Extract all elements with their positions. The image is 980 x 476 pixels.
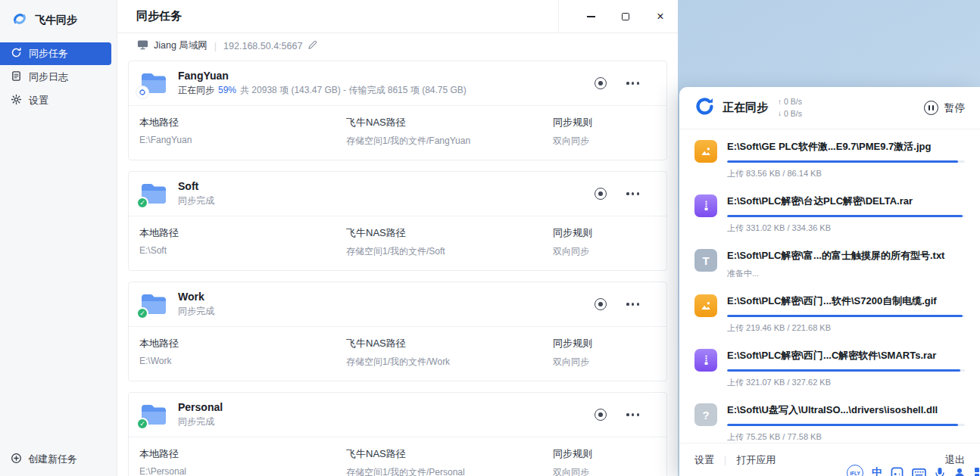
device-name: Jiang 局域网 bbox=[154, 39, 208, 52]
sidebar-item-label: 同步日志 bbox=[29, 70, 68, 84]
create-task-button[interactable]: 创建新任务 bbox=[11, 453, 77, 466]
local-path-value: E:\Personal bbox=[139, 466, 346, 476]
page-title: 同步任务 bbox=[136, 9, 182, 23]
file-name: E:\Soft\PLC解密\台达PLC解密\DELTA.rar bbox=[727, 194, 965, 208]
file-item: E:\Soft\PLC解密\西门...C解密软件\SMARTs.rar 上传 3… bbox=[694, 341, 965, 395]
local-path-value: E:\FangYuan bbox=[139, 135, 346, 145]
more-options-button[interactable] bbox=[626, 192, 639, 194]
file-item: E:\Soft\GE PLC软件激...E9.7\PME9.7激活.jpg 上传… bbox=[694, 132, 965, 186]
more-options-button[interactable] bbox=[626, 413, 639, 415]
ime-ifly-icon[interactable]: iFLY bbox=[847, 465, 863, 476]
text-file-icon: T bbox=[694, 249, 717, 272]
file-name: E:\Soft\PLC解密\西门...C解密软件\SMARTs.rar bbox=[727, 349, 965, 362]
task-list: Jiang 局域网 | 192.168.50.4:5667 bbox=[117, 33, 678, 476]
ime-grid-icon[interactable] bbox=[974, 467, 980, 476]
tray-header: 正在同步 ↑0 B/s ↓0 B/s 暂停 bbox=[679, 87, 980, 129]
sync-rule-label: 同步规则 bbox=[553, 116, 656, 129]
edit-pencil-icon[interactable] bbox=[307, 40, 317, 52]
check-badge-icon: ✓ bbox=[136, 418, 148, 430]
pause-button[interactable]: 暂停 bbox=[924, 101, 965, 115]
sidebar-item-sync-tasks[interactable]: 同步任务 bbox=[0, 42, 111, 65]
file-name: E:\Soft\GE PLC软件激...E9.7\PME9.7激活.jpg bbox=[727, 140, 965, 154]
sync-rule-label: 同步规则 bbox=[553, 226, 656, 240]
footer-separator: | bbox=[724, 455, 726, 465]
maximize-icon bbox=[622, 13, 629, 20]
titlebar: 同步任务 × bbox=[117, 0, 678, 33]
ime-punctuation-icon[interactable] bbox=[891, 467, 904, 476]
archive-file-icon bbox=[694, 194, 717, 217]
nas-path-value: 存储空间1/我的文件/FangYuan bbox=[346, 135, 553, 148]
file-item: E:\Soft\PLC解密\西门...软件\S7200自制电缆.gif 上传 2… bbox=[694, 286, 965, 341]
file-item: ? E:\Soft\U盘写入\UltraISO...\drivers\isosh… bbox=[694, 395, 965, 443]
sidebar-item-label: 设置 bbox=[29, 94, 48, 107]
nas-path-label: 飞牛NAS路径 bbox=[346, 116, 553, 129]
progress-bar bbox=[727, 424, 965, 426]
sync-rule-value: 双向同步 bbox=[553, 245, 656, 258]
device-row: Jiang 局域网 | 192.168.50.4:5667 bbox=[128, 33, 667, 61]
device-address: 192.168.50.4:5667 bbox=[223, 41, 302, 51]
task-status: 同步完成 bbox=[178, 415, 223, 428]
tray-panel: 正在同步 ↑0 B/s ↓0 B/s 暂停 E:\Soft\GE PLC软件激.… bbox=[679, 87, 980, 476]
image-file-icon bbox=[694, 140, 717, 163]
sync-rule-value: 双向同步 bbox=[553, 466, 656, 476]
app-window: 飞牛同步 同步任务 同步日志 bbox=[0, 0, 678, 476]
local-path-label: 本地路径 bbox=[139, 116, 346, 129]
file-item: T E:\Soft\PLC解密\富...的富士触摸屏的所有型号.txt 准备中.… bbox=[694, 241, 965, 286]
sync-rule-label: 同步规则 bbox=[553, 337, 656, 350]
sync-rule-value: 双向同步 bbox=[553, 135, 656, 148]
file-detail: 上传 331.02 KB / 334.36 KB bbox=[727, 222, 965, 234]
tray-settings-button[interactable]: 设置 bbox=[694, 453, 714, 467]
open-app-button[interactable]: 打开应用 bbox=[736, 453, 776, 467]
sync-logs-icon bbox=[11, 70, 22, 84]
task-status: 正在同步59%共 20938 项 (143.47 GB) - 传输完成 8615… bbox=[178, 84, 467, 97]
task-status: 同步完成 bbox=[178, 194, 214, 207]
file-detail: 准备中... bbox=[727, 268, 965, 279]
task-name: Work bbox=[178, 291, 214, 303]
tray-status-title: 正在同步 bbox=[723, 101, 768, 115]
sidebar: 飞牛同步 同步任务 同步日志 bbox=[0, 0, 117, 476]
plus-circle-icon bbox=[11, 453, 22, 466]
local-path-value: E:\Work bbox=[139, 356, 346, 366]
ime-mic-icon[interactable] bbox=[935, 467, 945, 476]
ime-keyboard-icon[interactable] bbox=[912, 468, 926, 476]
sidebar-item-settings[interactable]: 设置 bbox=[0, 89, 117, 112]
tray-sync-icon bbox=[694, 96, 715, 120]
maximize-button[interactable] bbox=[608, 0, 643, 33]
pause-label: 暂停 bbox=[944, 101, 965, 115]
sidebar-item-sync-logs[interactable]: 同步日志 bbox=[0, 66, 117, 89]
file-detail: 上传 75.25 KB / 77.58 KB bbox=[727, 431, 965, 443]
progress-bar bbox=[727, 315, 965, 317]
app-brand: 飞牛同步 bbox=[0, 0, 117, 42]
minimize-button[interactable] bbox=[573, 0, 608, 33]
sync-tasks-icon bbox=[11, 47, 22, 61]
stop-sync-button[interactable] bbox=[595, 188, 607, 200]
sidebar-nav: 同步任务 同步日志 设置 bbox=[0, 42, 117, 112]
sync-rule-label: 同步规则 bbox=[553, 447, 656, 461]
more-options-button[interactable] bbox=[626, 82, 639, 84]
archive-file-icon bbox=[694, 349, 717, 372]
ime-person-icon[interactable] bbox=[953, 467, 966, 476]
task-name: Soft bbox=[178, 180, 214, 192]
upload-arrow-icon: ↑ bbox=[778, 97, 782, 108]
stop-sync-button[interactable] bbox=[595, 77, 607, 89]
close-button[interactable]: × bbox=[643, 0, 678, 33]
nas-path-value: 存储空间1/我的文件/Personal bbox=[346, 466, 553, 476]
device-separator: | bbox=[214, 41, 217, 51]
minimize-icon bbox=[587, 16, 595, 17]
download-arrow-icon: ↓ bbox=[778, 108, 782, 120]
transfer-speeds: ↑0 B/s ↓0 B/s bbox=[778, 96, 802, 119]
folder-icon: ✓ bbox=[139, 403, 168, 427]
local-path-label: 本地路径 bbox=[139, 337, 346, 350]
progress-bar bbox=[727, 160, 965, 163]
ime-mode-toggle[interactable]: 中 bbox=[872, 466, 882, 476]
folder-icon bbox=[139, 71, 168, 95]
image-file-icon bbox=[694, 294, 717, 317]
nas-path-label: 飞牛NAS路径 bbox=[346, 337, 553, 350]
task-status: 同步完成 bbox=[178, 305, 214, 318]
more-options-button[interactable] bbox=[626, 303, 639, 305]
syncing-badge-icon bbox=[136, 86, 148, 98]
task-card: ✓ Soft 同步完成 本地路径 E:\Soft bbox=[128, 171, 667, 271]
stop-sync-button[interactable] bbox=[595, 409, 607, 421]
stop-sync-button[interactable] bbox=[595, 298, 607, 310]
task-card: ✓ Personal 同步完成 本地路径 E:\Pe bbox=[128, 392, 667, 476]
